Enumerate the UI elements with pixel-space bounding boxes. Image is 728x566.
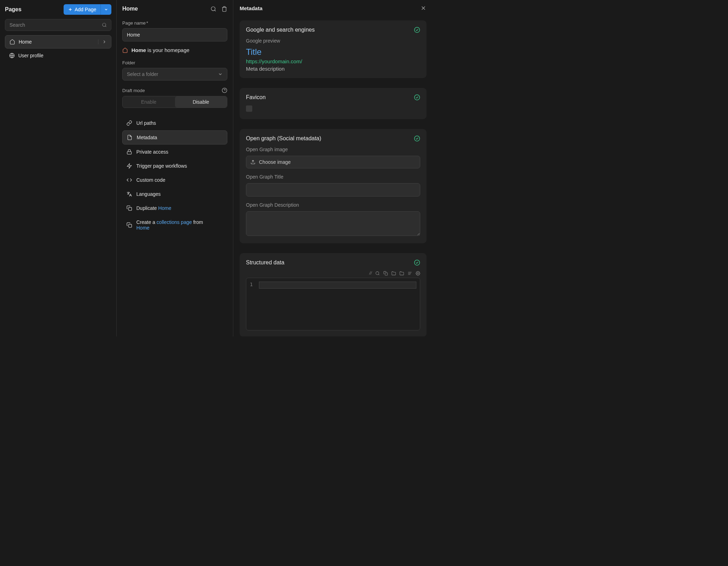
og-title-label: Open Graph Title: [246, 174, 420, 180]
disable-button[interactable]: Disable: [175, 96, 227, 108]
search-box[interactable]: [5, 19, 111, 31]
code-toolbar: //: [246, 271, 420, 276]
svg-line-3: [105, 26, 106, 27]
page-settings-panel: Home Page name* Home is your homepage Fo…: [117, 0, 233, 336]
folder-select[interactable]: Select a folder: [122, 68, 227, 81]
nav-languages[interactable]: Languages: [122, 187, 227, 201]
draft-label: Draft mode: [122, 88, 145, 93]
svg-rect-23: [385, 272, 388, 275]
nav-label: Url paths: [136, 120, 223, 126]
svg-point-18: [415, 136, 420, 141]
card-header: Structured data: [246, 259, 420, 266]
add-page-button[interactable]: Add Page: [64, 4, 101, 15]
homepage-note: Home is your homepage: [122, 47, 227, 53]
svg-point-16: [415, 27, 420, 33]
page-item-home[interactable]: Home: [5, 35, 111, 49]
zap-icon: [126, 163, 132, 169]
middle-header-icons: [210, 6, 227, 12]
nav-private-access[interactable]: Private access: [122, 145, 227, 159]
enable-button[interactable]: Enable: [123, 96, 175, 108]
google-preview-title: Title: [246, 47, 420, 57]
svg-rect-10: [127, 152, 131, 154]
favicon-placeholder[interactable]: [246, 105, 252, 112]
page-expand[interactable]: [98, 39, 107, 44]
link-icon: [126, 120, 132, 126]
pages-sidebar: Pages Add Page Home: [0, 0, 117, 336]
chevron-down-icon: [104, 7, 108, 12]
nav-label: Metadata: [137, 135, 223, 140]
folder-icon[interactable]: [391, 271, 396, 276]
nav-label: Languages: [136, 191, 223, 197]
nav-workflows[interactable]: Trigger page workflows: [122, 159, 227, 173]
card-title: Favicon: [246, 94, 266, 101]
line-number: 1: [250, 282, 259, 327]
settings-icon[interactable]: [416, 271, 420, 276]
code-editor[interactable]: 1: [246, 278, 420, 330]
search-input[interactable]: [9, 22, 102, 28]
nav-url-paths[interactable]: Url paths: [122, 116, 227, 130]
draft-toggle: Enable Disable: [122, 96, 227, 108]
nav-label: Create a collections page from Home: [136, 219, 223, 231]
search-icon[interactable]: [210, 6, 216, 12]
svg-point-17: [415, 95, 420, 100]
search-icon: [102, 22, 107, 27]
lock-icon: [126, 149, 132, 155]
card-title: Google and search engines: [246, 27, 315, 33]
structured-data-card: Structured data // 1: [240, 253, 427, 336]
og-desc-label: Open Graph Description: [246, 202, 420, 208]
comment-icon[interactable]: //: [369, 271, 372, 276]
card-title: Open graph (Social metadata): [246, 135, 321, 142]
globe-icon: [9, 53, 15, 58]
copy-icon: [126, 205, 132, 211]
right-title: Metadata: [240, 5, 262, 11]
middle-header: Home: [122, 6, 227, 12]
folder-open-icon[interactable]: [399, 271, 404, 276]
page-item-label: User profile: [18, 53, 107, 58]
nav-label: Trigger page workflows: [136, 163, 223, 169]
svg-rect-12: [129, 207, 132, 211]
file-icon: [127, 135, 132, 140]
copy-icon[interactable]: [383, 271, 388, 276]
copy-icon: [126, 222, 132, 228]
draft-mode-row: Draft mode: [122, 88, 227, 93]
folder-label: Folder: [122, 60, 227, 65]
nav-duplicate[interactable]: Duplicate Home: [122, 201, 227, 215]
google-search-card: Google and search engines Google preview…: [240, 20, 427, 78]
open-graph-card: Open graph (Social metadata) Open Graph …: [240, 129, 427, 243]
nav-label: Private access: [136, 149, 223, 155]
close-icon[interactable]: [420, 5, 427, 11]
nav-custom-code[interactable]: Custom code: [122, 173, 227, 187]
choose-image-button[interactable]: Choose image: [246, 156, 420, 168]
svg-point-27: [417, 272, 418, 274]
add-page-dropdown-button[interactable]: [100, 4, 111, 15]
trash-icon[interactable]: [221, 6, 227, 12]
og-image-label: Open Graph image: [246, 147, 420, 152]
card-header: Google and search engines: [246, 27, 420, 33]
help-icon[interactable]: [222, 88, 227, 93]
folder-placeholder: Select a folder: [127, 71, 158, 77]
page-item-user-profile[interactable]: User profile: [5, 49, 111, 62]
home-icon: [122, 47, 128, 53]
add-page-group: Add Page: [64, 4, 112, 15]
og-title-input[interactable]: [246, 183, 420, 197]
upload-icon: [251, 160, 255, 165]
page-name-label: Page name*: [122, 20, 227, 26]
card-header: Favicon: [246, 94, 420, 101]
og-desc-textarea[interactable]: [246, 211, 420, 236]
code-cursor-line[interactable]: [259, 282, 416, 289]
list-icon[interactable]: [408, 271, 412, 276]
plus-icon: [68, 7, 73, 12]
search-icon[interactable]: [375, 271, 380, 276]
svg-point-2: [103, 23, 106, 26]
card-header: Open graph (Social metadata): [246, 135, 420, 142]
check-circle-icon: [414, 259, 420, 266]
nav-label: Duplicate Home: [136, 205, 223, 211]
nav-metadata[interactable]: Metadata: [122, 130, 227, 144]
google-preview-label: Google preview: [246, 38, 420, 44]
add-page-label: Add Page: [75, 7, 97, 12]
nav-create-collections[interactable]: Create a collections page from Home: [122, 216, 227, 234]
chevron-down-icon: [218, 72, 223, 77]
svg-point-20: [415, 260, 420, 265]
page-name-input[interactable]: [122, 28, 227, 41]
home-icon: [9, 39, 15, 45]
